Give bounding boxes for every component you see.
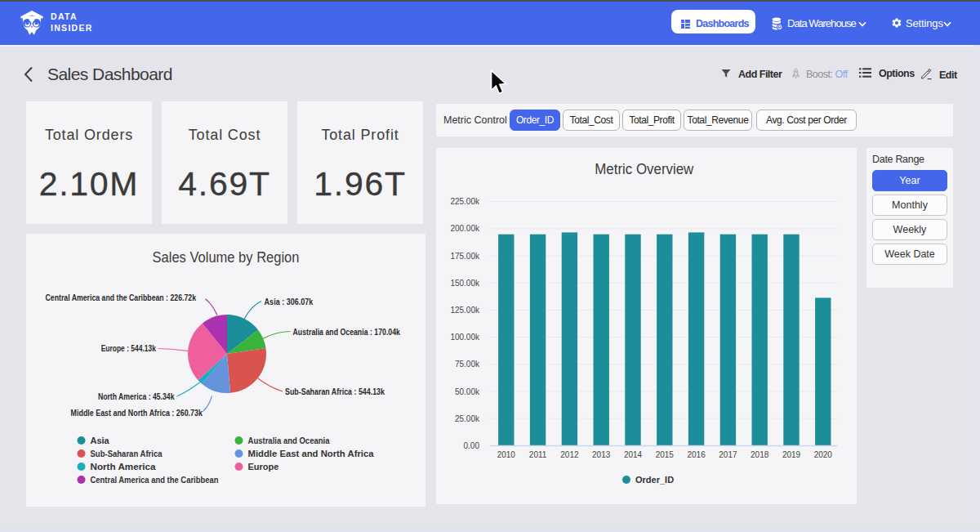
svg-text:2012: 2012 xyxy=(560,450,579,459)
svg-text:50.00k: 50.00k xyxy=(455,387,480,396)
svg-text:2019: 2019 xyxy=(782,450,801,459)
svg-text:2015: 2015 xyxy=(656,450,675,459)
svg-text:Sub-Saharan Africa: Sub-Saharan Africa xyxy=(91,449,163,458)
svg-text:2013: 2013 xyxy=(592,450,611,459)
svg-text:2017: 2017 xyxy=(719,450,737,459)
svg-text:Middle East and North Africa :: Middle East and North Africa : 260.73k xyxy=(71,408,203,418)
svg-text:100.00k: 100.00k xyxy=(450,333,480,342)
svg-text:Central America and the Caribb: Central America and the Caribbean xyxy=(91,475,219,485)
svg-text:North America: North America xyxy=(91,462,157,472)
svg-text:125.00k: 125.00k xyxy=(450,306,480,315)
svg-text:175.00k: 175.00k xyxy=(450,252,480,261)
svg-text:Europe : 544.13k: Europe : 544.13k xyxy=(101,343,157,353)
svg-text:2010: 2010 xyxy=(497,450,516,459)
svg-text:Australia and Oceania: Australia and Oceania xyxy=(248,436,331,445)
svg-text:150.00k: 150.00k xyxy=(450,279,480,288)
svg-text:2011: 2011 xyxy=(529,450,547,459)
svg-text:Asia: Asia xyxy=(91,436,110,445)
svg-text:2020: 2020 xyxy=(814,450,833,459)
svg-text:Australia and Oceania : 170.04: Australia and Oceania : 170.04k xyxy=(293,327,401,337)
svg-text:Europe: Europe xyxy=(248,462,279,472)
svg-text:Metric Overview: Metric Overview xyxy=(595,161,693,177)
svg-text:North America : 45.34k: North America : 45.34k xyxy=(98,391,175,401)
svg-text:Order_ID: Order_ID xyxy=(635,475,674,485)
svg-text:2014: 2014 xyxy=(624,450,643,459)
svg-text:25.00k: 25.00k xyxy=(455,414,480,423)
svg-text:Central America and the Caribb: Central America and the Caribbean : 226.… xyxy=(46,293,197,302)
svg-text:0.00: 0.00 xyxy=(464,441,480,450)
svg-text:Sub-Saharan Africa : 544.13k: Sub-Saharan Africa : 544.13k xyxy=(285,387,385,396)
svg-text:225.00k: 225.00k xyxy=(450,197,480,206)
svg-text:2016: 2016 xyxy=(687,450,706,459)
svg-text:200.00k: 200.00k xyxy=(450,224,480,233)
svg-text:75.00k: 75.00k xyxy=(455,360,480,369)
svg-text:Sales Volume by Region: Sales Volume by Region xyxy=(153,249,300,266)
svg-text:Middle East and North Africa: Middle East and North Africa xyxy=(248,449,375,458)
svg-text:Asia : 306.07k: Asia : 306.07k xyxy=(265,297,314,306)
svg-text:2018: 2018 xyxy=(751,450,769,459)
